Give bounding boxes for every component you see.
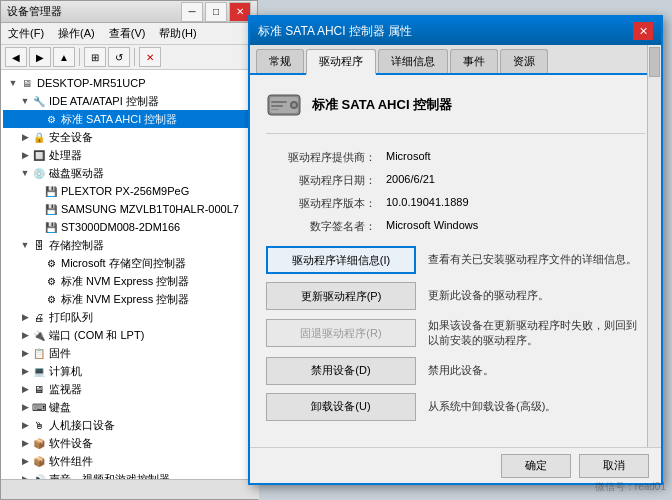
- tree-label-processor: 处理器: [49, 148, 82, 163]
- tree-item-monitor[interactable]: ▶ 🖥 监视器: [3, 380, 255, 398]
- dm-titlebar: 设备管理器 ─ □ ✕: [1, 1, 257, 23]
- dialog-titlebar: 标准 SATA AHCI 控制器 属性 ✕: [250, 17, 661, 45]
- tree-item-ide[interactable]: ▼ 🔧 IDE ATA/ATAPI 控制器: [3, 92, 255, 110]
- driver-detail-desc: 查看有关已安装驱动程序文件的详细信息。: [428, 252, 645, 267]
- tree-item-root[interactable]: ▼ 🖥 DESKTOP-MR51UCP: [3, 74, 255, 92]
- tree-item-ms-storage[interactable]: ⚙ Microsoft 存储空间控制器: [3, 254, 255, 272]
- tree-item-hid[interactable]: ▶ 🖱 人机接口设备: [3, 416, 255, 434]
- expand-icon-security: ▶: [19, 131, 31, 143]
- expand-icon-monitor: ▶: [19, 383, 31, 395]
- tree-item-nvm1[interactable]: ⚙ 标准 NVM Express 控制器: [3, 272, 255, 290]
- toolbar-up-button[interactable]: ▲: [53, 47, 75, 67]
- samsung-icon: 💾: [43, 201, 59, 217]
- rollback-driver-label: 固退驱动程序(R): [300, 326, 381, 341]
- menu-help[interactable]: 帮助(H): [156, 25, 199, 42]
- rollback-driver-button[interactable]: 固退驱动程序(R): [266, 319, 416, 347]
- tree-label-nvm1: 标准 NVM Express 控制器: [61, 274, 189, 289]
- tree-label-st3000: ST3000DM008-2DM166: [61, 221, 180, 233]
- toolbar-update-button[interactable]: ↺: [108, 47, 130, 67]
- tree-item-st3000[interactable]: 💾 ST3000DM008-2DM166: [3, 218, 255, 236]
- tree-item-plextor[interactable]: 💾 PLEXTOR PX-256M9PeG: [3, 182, 255, 200]
- signer-label: 数字签名者：: [266, 219, 386, 234]
- tree-item-disk[interactable]: ▼ 💿 磁盘驱动器: [3, 164, 255, 182]
- tree-item-sata[interactable]: ⚙ 标准 SATA AHCI 控制器: [3, 110, 255, 128]
- cancel-button[interactable]: 取消: [579, 454, 649, 478]
- uninstall-device-label: 卸载设备(U): [311, 399, 370, 414]
- tab-event[interactable]: 事件: [450, 49, 498, 73]
- ok-button[interactable]: 确定: [501, 454, 571, 478]
- driver-detail-button[interactable]: 驱动程序详细信息(I): [266, 246, 416, 274]
- tree-item-processor[interactable]: ▶ 🔲 处理器: [3, 146, 255, 164]
- expand-icon-disk: ▼: [19, 167, 31, 179]
- tree-item-security[interactable]: ▶ 🔒 安全设备: [3, 128, 255, 146]
- expand-icon-print: ▶: [19, 311, 31, 323]
- tree-item-print[interactable]: ▶ 🖨 打印队列: [3, 308, 255, 326]
- toolbar-back-button[interactable]: ◀: [5, 47, 27, 67]
- keyboard-icon: ⌨: [31, 399, 47, 415]
- monitor-icon: 🖥: [31, 381, 47, 397]
- dialog-tabs: 常规 驱动程序 详细信息 事件 资源: [250, 45, 661, 75]
- tree-item-software2[interactable]: ▶ 📦 软件组件: [3, 452, 255, 470]
- disable-device-label: 禁用设备(D): [311, 363, 370, 378]
- nvm2-icon: ⚙: [43, 291, 59, 307]
- toolbar-properties-button[interactable]: ⊞: [84, 47, 106, 67]
- dm-maximize-button[interactable]: □: [205, 2, 227, 22]
- menu-action[interactable]: 操作(A): [55, 25, 98, 42]
- tab-driver-label: 驱动程序: [319, 55, 363, 67]
- disable-device-button[interactable]: 禁用设备(D): [266, 357, 416, 385]
- uninstall-device-desc: 从系统中卸载设备(高级)。: [428, 399, 645, 414]
- dialog-footer: 确定 取消: [250, 447, 661, 483]
- provider-label: 驱动程序提供商：: [266, 150, 386, 165]
- dialog-scrollbar[interactable]: [647, 45, 661, 447]
- tree-item-samsung[interactable]: 💾 SAMSUNG MZVLB1T0HALR-000L7: [3, 200, 255, 218]
- tree-label-computer: 计算机: [49, 364, 82, 379]
- dialog-body: 标准 SATA AHCI 控制器 驱动程序提供商： Microsoft 驱动程序…: [250, 75, 661, 441]
- expand-icon-sata: [31, 113, 43, 125]
- hdd-svg-icon: [266, 87, 302, 123]
- tab-normal[interactable]: 常规: [256, 49, 304, 73]
- dm-minimize-button[interactable]: ─: [181, 2, 203, 22]
- tree-label-hid: 人机接口设备: [49, 418, 115, 433]
- menu-file[interactable]: 文件(F): [5, 25, 47, 42]
- update-driver-desc: 更新此设备的驱动程序。: [428, 288, 645, 303]
- tab-resource[interactable]: 资源: [500, 49, 548, 73]
- info-row-signer: 数字签名者： Microsoft Windows: [266, 219, 645, 234]
- toolbar-forward-button[interactable]: ▶: [29, 47, 51, 67]
- tree-item-firmware[interactable]: ▶ 📋 固件: [3, 344, 255, 362]
- expand-icon-hid: ▶: [19, 419, 31, 431]
- tree-item-software[interactable]: ▶ 📦 软件设备: [3, 434, 255, 452]
- svg-rect-5: [271, 105, 283, 107]
- uninstall-device-button[interactable]: 卸载设备(U): [266, 393, 416, 421]
- dialog-close-button[interactable]: ✕: [633, 22, 653, 40]
- tab-resource-label: 资源: [513, 55, 535, 67]
- svg-point-3: [292, 103, 296, 107]
- tree-item-nvm2[interactable]: ⚙ 标准 NVM Express 控制器: [3, 290, 255, 308]
- update-driver-button[interactable]: 更新驱动程序(P): [266, 282, 416, 310]
- tab-detail[interactable]: 详细信息: [378, 49, 448, 73]
- security-icon: 🔒: [31, 129, 47, 145]
- tree-item-keyboard[interactable]: ▶ ⌨ 键盘: [3, 398, 255, 416]
- expand-icon-keyboard: ▶: [19, 401, 31, 413]
- sata-icon: ⚙: [43, 111, 59, 127]
- tree-label-monitor: 监视器: [49, 382, 82, 397]
- tab-detail-label: 详细信息: [391, 55, 435, 67]
- dm-title: 设备管理器: [7, 4, 62, 19]
- tree-item-storage[interactable]: ▼ 🗄 存储控制器: [3, 236, 255, 254]
- ms-storage-icon: ⚙: [43, 255, 59, 271]
- computer-icon: 🖥: [19, 75, 35, 91]
- tree-item-port[interactable]: ▶ 🔌 端口 (COM 和 LPT): [3, 326, 255, 344]
- action-row-rollback: 固退驱动程序(R) 如果该设备在更新驱动程序时失败，则回到以前安装的驱动程序。: [266, 318, 645, 349]
- menu-view[interactable]: 查看(V): [106, 25, 149, 42]
- expand-icon-ide: ▼: [19, 95, 31, 107]
- tree-item-computer[interactable]: ▶ 💻 计算机: [3, 362, 255, 380]
- dialog-title: 标准 SATA AHCI 控制器 属性: [258, 23, 412, 40]
- date-value: 2006/6/21: [386, 173, 645, 185]
- action-section: 驱动程序详细信息(I) 查看有关已安装驱动程序文件的详细信息。 更新驱动程序(P…: [266, 246, 645, 421]
- disable-device-desc: 禁用此设备。: [428, 363, 645, 378]
- tree-label-storage: 存储控制器: [49, 238, 104, 253]
- scroll-thumb[interactable]: [649, 47, 660, 77]
- svg-rect-4: [271, 101, 287, 103]
- tree-label-ide: IDE ATA/ATAPI 控制器: [49, 94, 159, 109]
- toolbar-close-button[interactable]: ✕: [139, 47, 161, 67]
- tab-driver[interactable]: 驱动程序: [306, 49, 376, 75]
